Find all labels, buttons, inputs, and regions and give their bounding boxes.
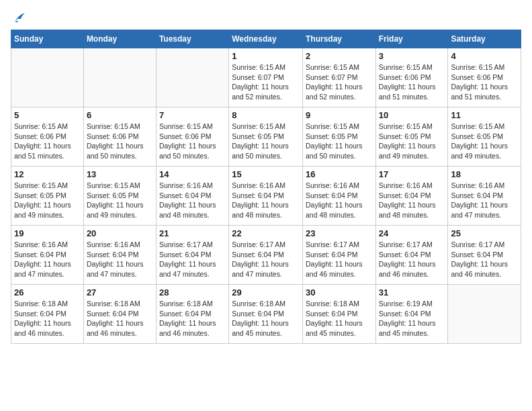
calendar-week-row: 1Sunrise: 6:15 AMSunset: 6:07 PMDaylight… (11, 48, 521, 107)
day-info: Sunrise: 6:15 AMSunset: 6:06 PMDaylight:… (14, 122, 81, 161)
calendar-cell: 26Sunrise: 6:18 AMSunset: 6:04 PMDayligh… (11, 285, 84, 344)
calendar-cell: 18Sunrise: 6:16 AMSunset: 6:04 PMDayligh… (448, 167, 521, 226)
day-info: Sunrise: 6:17 AMSunset: 6:04 PMDaylight:… (379, 240, 445, 279)
calendar-cell: 6Sunrise: 6:15 AMSunset: 6:06 PMDaylight… (83, 107, 156, 167)
day-info: Sunrise: 6:15 AMSunset: 6:06 PMDaylight:… (379, 62, 445, 102)
day-number: 20 (87, 228, 153, 238)
calendar-day-header: Friday (375, 30, 448, 48)
day-info: Sunrise: 6:18 AMSunset: 6:04 PMDaylight:… (232, 299, 300, 338)
day-number: 5 (14, 110, 81, 120)
day-number: 9 (306, 110, 373, 120)
day-number: 3 (379, 51, 445, 61)
calendar-cell: 9Sunrise: 6:15 AMSunset: 6:05 PMDaylight… (302, 107, 375, 167)
day-number: 29 (232, 287, 300, 298)
calendar-cell (448, 285, 521, 344)
calendar-table: SundayMondayTuesdayWednesdayThursdayFrid… (11, 30, 521, 344)
calendar-cell (11, 48, 84, 107)
calendar-day-header: Sunday (11, 30, 84, 48)
day-info: Sunrise: 6:17 AMSunset: 6:04 PMDaylight:… (159, 240, 226, 279)
day-number: 31 (379, 287, 445, 298)
day-number: 27 (87, 287, 153, 298)
day-info: Sunrise: 6:15 AMSunset: 6:05 PMDaylight:… (14, 181, 81, 220)
day-number: 25 (451, 228, 518, 238)
calendar-cell: 4Sunrise: 6:15 AMSunset: 6:06 PMDaylight… (448, 48, 521, 107)
day-info: Sunrise: 6:18 AMSunset: 6:04 PMDaylight:… (14, 299, 81, 338)
day-number: 6 (87, 110, 153, 120)
day-number: 21 (159, 228, 226, 238)
day-info: Sunrise: 6:15 AMSunset: 6:07 PMDaylight:… (306, 62, 373, 102)
day-number: 19 (14, 228, 81, 238)
calendar-cell: 3Sunrise: 6:15 AMSunset: 6:06 PMDaylight… (375, 48, 448, 107)
day-info: Sunrise: 6:15 AMSunset: 6:05 PMDaylight:… (87, 181, 153, 220)
calendar-day-header: Monday (83, 30, 156, 48)
day-info: Sunrise: 6:15 AMSunset: 6:07 PMDaylight:… (232, 62, 300, 102)
day-number: 8 (232, 110, 300, 120)
day-number: 26 (14, 287, 81, 298)
day-number: 2 (306, 51, 373, 61)
day-info: Sunrise: 6:16 AMSunset: 6:04 PMDaylight:… (14, 240, 81, 279)
calendar-cell: 13Sunrise: 6:15 AMSunset: 6:05 PMDayligh… (83, 167, 156, 226)
day-number: 16 (306, 169, 373, 179)
day-number: 11 (451, 110, 518, 120)
calendar-week-row: 19Sunrise: 6:16 AMSunset: 6:04 PMDayligh… (11, 226, 521, 285)
calendar-cell (156, 48, 228, 107)
calendar-cell: 31Sunrise: 6:19 AMSunset: 6:04 PMDayligh… (375, 285, 448, 344)
day-number: 28 (159, 287, 226, 298)
calendar-day-header: Tuesday (156, 30, 228, 48)
calendar-cell: 24Sunrise: 6:17 AMSunset: 6:04 PMDayligh… (375, 226, 448, 285)
day-info: Sunrise: 6:16 AMSunset: 6:04 PMDaylight:… (451, 181, 518, 220)
day-info: Sunrise: 6:15 AMSunset: 6:06 PMDaylight:… (451, 62, 518, 102)
calendar-cell: 16Sunrise: 6:16 AMSunset: 6:04 PMDayligh… (302, 167, 375, 226)
day-info: Sunrise: 6:15 AMSunset: 6:05 PMDaylight:… (451, 122, 518, 161)
calendar-cell: 21Sunrise: 6:17 AMSunset: 6:04 PMDayligh… (156, 226, 228, 285)
day-number: 24 (379, 228, 445, 238)
day-info: Sunrise: 6:16 AMSunset: 6:04 PMDaylight:… (379, 181, 445, 220)
day-info: Sunrise: 6:15 AMSunset: 6:05 PMDaylight:… (232, 122, 300, 161)
logo (11, 11, 30, 27)
calendar-cell: 14Sunrise: 6:16 AMSunset: 6:04 PMDayligh… (156, 167, 228, 226)
day-info: Sunrise: 6:18 AMSunset: 6:04 PMDaylight:… (87, 299, 153, 338)
calendar-cell: 10Sunrise: 6:15 AMSunset: 6:05 PMDayligh… (375, 107, 448, 167)
day-number: 17 (379, 169, 445, 179)
calendar-day-header: Wednesday (229, 30, 303, 48)
day-number: 23 (306, 228, 373, 238)
day-info: Sunrise: 6:16 AMSunset: 6:04 PMDaylight:… (232, 181, 300, 220)
calendar-cell: 23Sunrise: 6:17 AMSunset: 6:04 PMDayligh… (302, 226, 375, 285)
day-info: Sunrise: 6:17 AMSunset: 6:04 PMDaylight:… (306, 240, 373, 279)
logo-bird-icon (11, 11, 27, 27)
calendar-week-row: 5Sunrise: 6:15 AMSunset: 6:06 PMDaylight… (11, 107, 521, 167)
day-number: 12 (14, 169, 81, 179)
calendar-day-header: Saturday (448, 30, 521, 48)
calendar-cell: 2Sunrise: 6:15 AMSunset: 6:07 PMDaylight… (302, 48, 375, 107)
calendar-cell: 22Sunrise: 6:17 AMSunset: 6:04 PMDayligh… (229, 226, 303, 285)
day-number: 18 (451, 169, 518, 179)
day-info: Sunrise: 6:17 AMSunset: 6:04 PMDaylight:… (451, 240, 518, 279)
day-number: 13 (87, 169, 153, 179)
calendar-cell: 19Sunrise: 6:16 AMSunset: 6:04 PMDayligh… (11, 226, 84, 285)
day-number: 30 (306, 287, 373, 298)
day-info: Sunrise: 6:15 AMSunset: 6:06 PMDaylight:… (87, 122, 153, 161)
calendar-cell (83, 48, 156, 107)
day-info: Sunrise: 6:18 AMSunset: 6:04 PMDaylight:… (306, 299, 373, 338)
day-number: 14 (159, 169, 226, 179)
day-number: 1 (232, 51, 300, 61)
calendar-cell: 12Sunrise: 6:15 AMSunset: 6:05 PMDayligh… (11, 167, 84, 226)
calendar-cell: 25Sunrise: 6:17 AMSunset: 6:04 PMDayligh… (448, 226, 521, 285)
calendar-cell: 27Sunrise: 6:18 AMSunset: 6:04 PMDayligh… (83, 285, 156, 344)
day-number: 22 (232, 228, 300, 238)
day-info: Sunrise: 6:18 AMSunset: 6:04 PMDaylight:… (159, 299, 226, 338)
day-info: Sunrise: 6:15 AMSunset: 6:05 PMDaylight:… (306, 122, 373, 161)
calendar-cell: 5Sunrise: 6:15 AMSunset: 6:06 PMDaylight… (11, 107, 84, 167)
calendar-cell: 8Sunrise: 6:15 AMSunset: 6:05 PMDaylight… (229, 107, 303, 167)
calendar-cell: 15Sunrise: 6:16 AMSunset: 6:04 PMDayligh… (229, 167, 303, 226)
page-header (11, 11, 521, 27)
day-number: 15 (232, 169, 300, 179)
day-info: Sunrise: 6:16 AMSunset: 6:04 PMDaylight:… (159, 181, 226, 220)
calendar-cell: 7Sunrise: 6:15 AMSunset: 6:06 PMDaylight… (156, 107, 228, 167)
calendar-day-header: Thursday (302, 30, 375, 48)
day-info: Sunrise: 6:15 AMSunset: 6:05 PMDaylight:… (379, 122, 445, 161)
calendar-week-row: 12Sunrise: 6:15 AMSunset: 6:05 PMDayligh… (11, 167, 521, 226)
day-info: Sunrise: 6:19 AMSunset: 6:04 PMDaylight:… (379, 299, 445, 338)
calendar-cell: 11Sunrise: 6:15 AMSunset: 6:05 PMDayligh… (448, 107, 521, 167)
day-info: Sunrise: 6:15 AMSunset: 6:06 PMDaylight:… (159, 122, 226, 161)
